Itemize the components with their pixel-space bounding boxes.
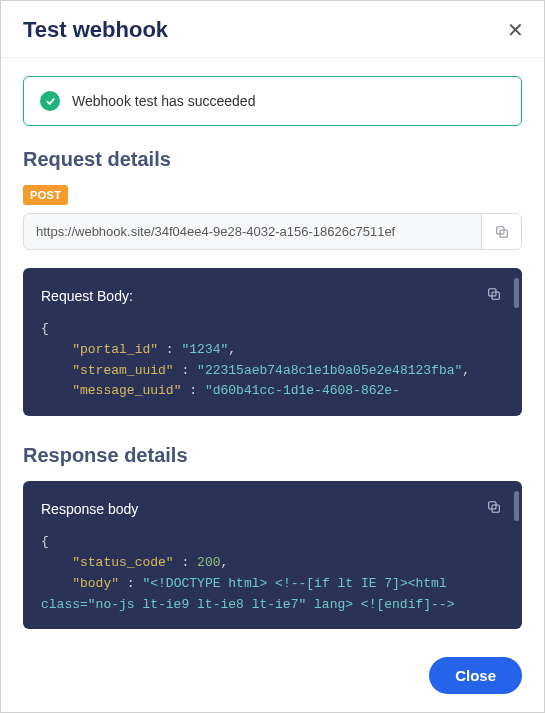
modal-title: Test webhook — [23, 17, 168, 43]
copy-response-body-button[interactable] — [484, 497, 504, 520]
copy-url-button[interactable] — [481, 214, 521, 249]
webhook-url-input[interactable] — [24, 214, 481, 249]
modal-header: Test webhook ✕ — [1, 1, 544, 58]
check-circle-icon — [40, 91, 60, 111]
scrollbar-thumb[interactable] — [514, 491, 519, 521]
response-section-title: Response details — [23, 444, 522, 467]
http-method-badge: POST — [23, 185, 68, 205]
request-section-title: Request details — [23, 148, 522, 171]
url-row — [23, 213, 522, 250]
success-alert: Webhook test has succeeded — [23, 76, 522, 126]
request-body-title: Request Body: — [41, 288, 133, 304]
copy-icon — [486, 499, 502, 515]
close-icon[interactable]: ✕ — [507, 20, 524, 40]
request-body-code: { "portal_id" : "1234", "stream_uuid" : … — [41, 319, 504, 402]
close-button[interactable]: Close — [429, 657, 522, 694]
scrollbar-thumb[interactable] — [514, 278, 519, 308]
copy-icon — [494, 224, 510, 240]
success-alert-text: Webhook test has succeeded — [72, 93, 255, 109]
response-body-code: { "status_code" : 200, "body" : "<!DOCTY… — [41, 532, 504, 615]
response-body-panel: Response body { "status_code" : 200, "bo… — [23, 481, 522, 629]
response-body-title: Response body — [41, 501, 138, 517]
copy-icon — [486, 286, 502, 302]
request-body-panel: Request Body: { "portal_id" : "1234", "s… — [23, 268, 522, 416]
copy-request-body-button[interactable] — [484, 284, 504, 307]
modal-footer: Close — [1, 645, 544, 712]
modal-content: Webhook test has succeeded Request detai… — [1, 58, 544, 645]
